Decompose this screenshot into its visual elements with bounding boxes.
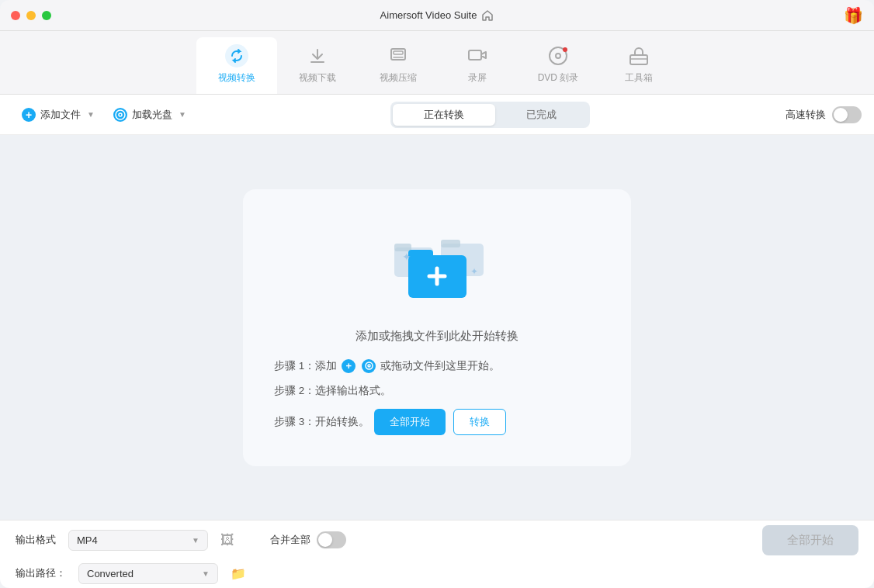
step-3-row: 步骤 3：开始转换。 全部开始 转换 bbox=[274, 409, 600, 435]
step1-mid-text: 或拖动文件到这里开始。 bbox=[380, 359, 500, 373]
speed-toggle-area: 高速转换 bbox=[786, 106, 862, 123]
tab-label-toolbox: 工具箱 bbox=[625, 71, 653, 85]
folder-illustration: ✦ ✦ bbox=[379, 220, 495, 313]
svg-rect-2 bbox=[394, 51, 403, 54]
compress-icon bbox=[386, 43, 411, 68]
add-icon: + bbox=[22, 108, 36, 122]
toolbar: + 添加文件 ▼ 加载光盘 ▼ 正在转换 已完成 bbox=[0, 95, 874, 135]
convert-button[interactable]: 转换 bbox=[453, 409, 506, 435]
svg-text:✦: ✦ bbox=[470, 266, 478, 277]
svg-point-24 bbox=[368, 365, 370, 367]
toggle-knob bbox=[834, 108, 848, 122]
window-controls bbox=[11, 11, 51, 20]
format-value: MP4 bbox=[77, 534, 186, 546]
merge-toggle[interactable] bbox=[317, 531, 346, 548]
load-disc-button[interactable]: 加载光盘 ▼ bbox=[104, 103, 196, 126]
tab-video-download[interactable]: 视频下载 bbox=[277, 37, 358, 94]
speed-toggle[interactable] bbox=[832, 106, 862, 123]
gift-icon[interactable]: 🎁 bbox=[844, 6, 863, 25]
app-container: Aimersoft Video Suite 🎁 视频转换 视频 bbox=[0, 0, 874, 588]
tab-toolbox[interactable]: 工具箱 bbox=[600, 37, 678, 94]
svg-point-7 bbox=[556, 54, 560, 58]
steps-area: 步骤 1：添加 + 或拖动文件到这里开始。 步骤 2：选择输出格式。 步骤 3：… bbox=[274, 359, 600, 435]
path-label: 输出路径： bbox=[16, 566, 66, 580]
drop-prompt: 添加或拖拽文件到此处开始转换 bbox=[355, 329, 519, 344]
merge-label: 合并全部 bbox=[270, 533, 310, 547]
convert-icon bbox=[224, 43, 249, 68]
svg-point-11 bbox=[116, 110, 125, 119]
svg-rect-5 bbox=[469, 50, 481, 60]
app-title: Aimersoft Video Suite bbox=[380, 9, 494, 22]
svg-point-8 bbox=[563, 47, 567, 52]
load-disc-dropdown-arrow: ▼ bbox=[179, 110, 186, 119]
svg-point-0 bbox=[225, 44, 248, 67]
svg-text:✦: ✦ bbox=[402, 251, 411, 263]
bottom-row-2: 输出路径： Converted ▼ 📁 bbox=[16, 563, 858, 584]
drop-zone-card: ✦ ✦ 添加或拖拽文件到此处开始转换 步骤 1：添加 + bbox=[243, 189, 631, 466]
tab-switcher: 正在转换 已完成 bbox=[390, 102, 590, 128]
titlebar: Aimersoft Video Suite 🎁 bbox=[0, 0, 874, 31]
minimize-button[interactable] bbox=[26, 11, 36, 20]
merge-toggle-knob bbox=[318, 533, 332, 547]
step-2-row: 步骤 2：选择输出格式。 bbox=[274, 384, 600, 398]
tab-converting-label: 正在转换 bbox=[424, 109, 464, 120]
svg-point-12 bbox=[119, 113, 122, 116]
tab-converting[interactable]: 正在转换 bbox=[393, 104, 495, 126]
path-select[interactable]: Converted ▼ bbox=[78, 563, 218, 584]
svg-rect-9 bbox=[630, 55, 647, 64]
tab-video-convert[interactable]: 视频转换 bbox=[196, 37, 277, 94]
tab-label-download: 视频下载 bbox=[299, 71, 336, 85]
maximize-button[interactable] bbox=[42, 11, 51, 20]
main-content: ✦ ✦ 添加或拖拽文件到此处开始转换 步骤 1：添加 + bbox=[0, 135, 874, 520]
add-file-button[interactable]: + 添加文件 ▼ bbox=[12, 103, 104, 126]
action-buttons: 全部开始 转换 bbox=[374, 409, 506, 435]
svg-point-23 bbox=[366, 362, 373, 369]
bottom-row-1: 输出格式 MP4 ▼ 🖼 合并全部 全部开始 bbox=[16, 525, 858, 555]
start-all-button[interactable]: 全部开始 bbox=[374, 409, 446, 435]
format-select[interactable]: MP4 ▼ bbox=[68, 530, 208, 551]
step1-text: 步骤 1：添加 bbox=[274, 359, 337, 373]
merge-toggle-area: 合并全部 bbox=[270, 531, 346, 548]
tab-video-compress[interactable]: 视频压缩 bbox=[358, 37, 439, 94]
format-label: 输出格式 bbox=[16, 533, 56, 547]
tab-label-dvd: DVD 刻录 bbox=[538, 71, 579, 85]
path-select-arrow: ▼ bbox=[202, 569, 210, 578]
record-icon bbox=[465, 43, 490, 68]
format-select-arrow: ▼ bbox=[192, 536, 199, 545]
path-value: Converted bbox=[87, 568, 196, 579]
download-icon bbox=[305, 43, 330, 68]
step1-add-icon[interactable]: + bbox=[342, 359, 355, 373]
disc-icon bbox=[113, 108, 127, 122]
step-1-row: 步骤 1：添加 + 或拖动文件到这里开始。 bbox=[274, 359, 600, 373]
title-text: Aimersoft Video Suite bbox=[380, 9, 477, 21]
format-image-icon: 🖼 bbox=[220, 532, 234, 548]
tab-screen-record[interactable]: 录屏 bbox=[439, 37, 516, 94]
close-button[interactable] bbox=[11, 11, 20, 20]
tab-label-record: 录屏 bbox=[468, 71, 487, 85]
toolbox-icon bbox=[626, 43, 651, 68]
home-icon[interactable] bbox=[481, 9, 494, 22]
tab-label-convert: 视频转换 bbox=[218, 71, 255, 85]
svg-rect-14 bbox=[441, 240, 460, 247]
tab-done-label: 已完成 bbox=[526, 109, 557, 120]
tab-dvd-burn[interactable]: DVD 刻录 bbox=[516, 37, 601, 94]
step1-disc-icon bbox=[362, 359, 376, 373]
path-folder-icon[interactable]: 📁 bbox=[231, 566, 246, 581]
tab-label-compress: 视频压缩 bbox=[380, 71, 417, 85]
nav-tabs: 视频转换 视频下载 视频压缩 bbox=[0, 31, 874, 95]
tab-done[interactable]: 已完成 bbox=[495, 104, 588, 126]
add-file-dropdown-arrow: ▼ bbox=[87, 110, 95, 119]
bottom-bar: 输出格式 MP4 ▼ 🖼 合并全部 全部开始 输出路径： Converted ▼ bbox=[0, 520, 874, 588]
step3-text: 步骤 3：开始转换。 bbox=[274, 415, 369, 429]
bottom-start-all-button[interactable]: 全部开始 bbox=[762, 525, 858, 555]
step2-text: 步骤 2：选择输出格式。 bbox=[274, 384, 391, 398]
speed-label: 高速转换 bbox=[786, 108, 826, 122]
dvd-icon bbox=[546, 43, 571, 68]
svg-rect-18 bbox=[408, 250, 433, 259]
add-file-label: 添加文件 bbox=[40, 108, 81, 122]
load-disc-label: 加载光盘 bbox=[132, 108, 172, 122]
